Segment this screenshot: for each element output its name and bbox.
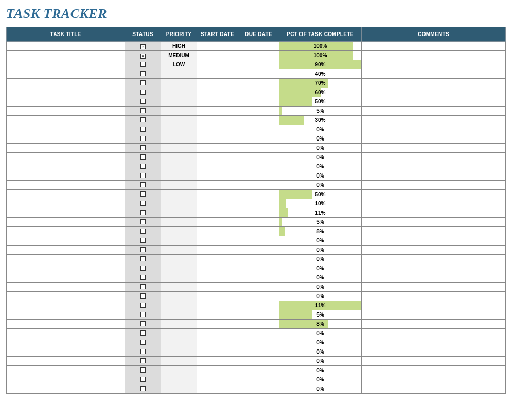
comments-cell[interactable] — [362, 329, 506, 338]
task-title-cell[interactable] — [7, 125, 125, 134]
status-cell[interactable] — [125, 199, 161, 208]
status-cell[interactable] — [125, 357, 161, 366]
status-cell[interactable] — [125, 255, 161, 264]
start-date-cell[interactable] — [197, 144, 238, 153]
status-cell[interactable] — [125, 301, 161, 310]
comments-cell[interactable] — [362, 273, 506, 283]
comments-cell[interactable] — [362, 375, 506, 384]
priority-cell[interactable] — [161, 97, 197, 107]
task-title-cell[interactable] — [7, 310, 125, 320]
status-checkbox[interactable] — [140, 247, 146, 252]
status-checkbox[interactable] — [140, 284, 146, 289]
status-checkbox[interactable] — [140, 71, 146, 76]
due-date-cell[interactable] — [238, 347, 279, 357]
start-date-cell[interactable] — [197, 255, 238, 264]
status-checkbox[interactable] — [140, 367, 146, 373]
comments-cell[interactable] — [362, 246, 506, 255]
due-date-cell[interactable] — [238, 246, 279, 255]
due-date-cell[interactable] — [238, 236, 279, 246]
comments-cell[interactable] — [362, 292, 506, 301]
pct-complete-cell[interactable]: 0% — [279, 236, 362, 246]
status-cell[interactable] — [125, 208, 161, 218]
status-checkbox[interactable] — [140, 210, 146, 215]
priority-cell[interactable] — [161, 384, 197, 394]
due-date-cell[interactable] — [238, 208, 279, 218]
pct-complete-cell[interactable]: 0% — [279, 292, 362, 301]
status-checkbox[interactable] — [140, 349, 146, 354]
due-date-cell[interactable] — [238, 79, 279, 88]
pct-complete-cell[interactable]: 60% — [279, 88, 362, 97]
priority-cell[interactable] — [161, 264, 197, 273]
status-checkbox[interactable]: × — [140, 44, 146, 49]
task-title-cell[interactable] — [7, 264, 125, 273]
comments-cell[interactable] — [362, 162, 506, 171]
comments-cell[interactable] — [362, 218, 506, 227]
start-date-cell[interactable] — [197, 236, 238, 246]
start-date-cell[interactable] — [197, 208, 238, 218]
pct-complete-cell[interactable]: 0% — [279, 329, 362, 338]
start-date-cell[interactable] — [197, 320, 238, 329]
start-date-cell[interactable] — [197, 338, 238, 347]
priority-cell[interactable] — [161, 273, 197, 283]
comments-cell[interactable] — [362, 60, 506, 69]
task-title-cell[interactable] — [7, 116, 125, 125]
pct-complete-cell[interactable]: 0% — [279, 246, 362, 255]
comments-cell[interactable] — [362, 51, 506, 60]
due-date-cell[interactable] — [238, 171, 279, 181]
status-cell[interactable] — [125, 273, 161, 283]
pct-complete-cell[interactable]: 8% — [279, 320, 362, 329]
pct-complete-cell[interactable]: 0% — [279, 134, 362, 144]
start-date-cell[interactable] — [197, 125, 238, 134]
status-cell[interactable] — [125, 190, 161, 199]
priority-cell[interactable] — [161, 134, 197, 144]
start-date-cell[interactable] — [197, 227, 238, 236]
status-cell[interactable] — [125, 292, 161, 301]
comments-cell[interactable] — [362, 199, 506, 208]
priority-cell[interactable] — [161, 218, 197, 227]
due-date-cell[interactable] — [238, 88, 279, 97]
start-date-cell[interactable] — [197, 69, 238, 79]
status-cell[interactable] — [125, 171, 161, 181]
priority-cell[interactable] — [161, 79, 197, 88]
status-checkbox[interactable] — [140, 358, 146, 363]
priority-cell[interactable] — [161, 292, 197, 301]
due-date-cell[interactable] — [238, 42, 279, 51]
pct-complete-cell[interactable]: 0% — [279, 283, 362, 292]
pct-complete-cell[interactable]: 90% — [279, 60, 362, 69]
pct-complete-cell[interactable]: 40% — [279, 69, 362, 79]
start-date-cell[interactable] — [197, 171, 238, 181]
pct-complete-cell[interactable]: 0% — [279, 255, 362, 264]
due-date-cell[interactable] — [238, 144, 279, 153]
priority-cell[interactable] — [161, 347, 197, 357]
start-date-cell[interactable] — [197, 153, 238, 162]
task-title-cell[interactable] — [7, 338, 125, 347]
comments-cell[interactable] — [362, 181, 506, 190]
pct-complete-cell[interactable]: 5% — [279, 218, 362, 227]
status-cell[interactable] — [125, 375, 161, 384]
due-date-cell[interactable] — [238, 255, 279, 264]
due-date-cell[interactable] — [238, 357, 279, 366]
status-checkbox[interactable] — [140, 377, 146, 382]
comments-cell[interactable] — [362, 255, 506, 264]
pct-complete-cell[interactable]: 100% — [279, 51, 362, 60]
comments-cell[interactable] — [362, 227, 506, 236]
priority-cell[interactable] — [161, 255, 197, 264]
priority-cell[interactable] — [161, 310, 197, 320]
status-cell[interactable] — [125, 69, 161, 79]
due-date-cell[interactable] — [238, 375, 279, 384]
status-checkbox[interactable] — [140, 275, 146, 280]
priority-cell[interactable] — [161, 190, 197, 199]
comments-cell[interactable] — [362, 153, 506, 162]
due-date-cell[interactable] — [238, 107, 279, 116]
task-title-cell[interactable] — [7, 236, 125, 246]
task-title-cell[interactable] — [7, 273, 125, 283]
due-date-cell[interactable] — [238, 218, 279, 227]
task-title-cell[interactable] — [7, 42, 125, 51]
task-title-cell[interactable] — [7, 134, 125, 144]
due-date-cell[interactable] — [238, 162, 279, 171]
due-date-cell[interactable] — [238, 264, 279, 273]
status-checkbox[interactable] — [140, 99, 146, 104]
due-date-cell[interactable] — [238, 292, 279, 301]
due-date-cell[interactable] — [238, 181, 279, 190]
comments-cell[interactable] — [362, 107, 506, 116]
